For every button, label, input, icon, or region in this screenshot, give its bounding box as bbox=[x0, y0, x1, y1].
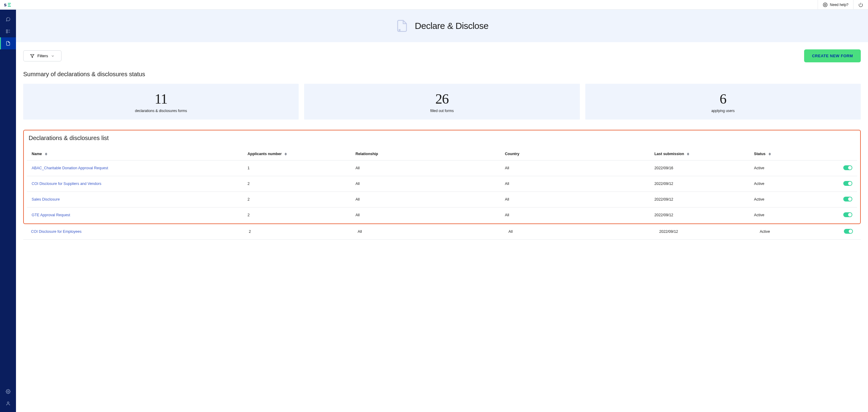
user-icon bbox=[6, 401, 10, 406]
stat-value: 11 bbox=[28, 92, 294, 107]
cell-last-submission: 2022/09/12 bbox=[650, 192, 749, 207]
col-header-last-submission[interactable]: Last submission bbox=[650, 147, 749, 161]
help-icon bbox=[823, 2, 828, 7]
cell-status: Active bbox=[749, 176, 824, 192]
document-hero-icon bbox=[396, 19, 409, 33]
cell-country: All bbox=[500, 192, 650, 207]
sidebar-item-chat[interactable] bbox=[0, 13, 16, 25]
sidebar-item-settings[interactable] bbox=[0, 385, 16, 398]
cell-applicants: 1 bbox=[243, 160, 350, 176]
sidebar-nav bbox=[0, 10, 16, 385]
cell-last-submission: 2022/09/12 bbox=[650, 207, 749, 223]
svg-text:s: s bbox=[4, 2, 7, 7]
cell-status: Active bbox=[749, 207, 824, 223]
svg-point-8 bbox=[824, 4, 826, 5]
sidebar-bottom bbox=[0, 385, 16, 412]
filter-icon bbox=[30, 54, 34, 58]
col-header-applicants[interactable]: Applicants number bbox=[243, 147, 350, 161]
list-title: Declarations & disclosures list bbox=[27, 135, 857, 142]
cell-last-submission: 2022/09/16 bbox=[650, 160, 749, 176]
svg-point-6 bbox=[7, 402, 9, 403]
cell-last-submission: 2022/09/12 bbox=[650, 176, 749, 192]
stat-card-filled: 26 filled out forms bbox=[304, 84, 580, 119]
stats-row: 11 declarations & disclosures forms 26 f… bbox=[23, 84, 861, 119]
status-toggle[interactable] bbox=[843, 181, 852, 186]
create-form-button[interactable]: CREATE NEW FORM bbox=[804, 49, 861, 62]
stat-label: applying users bbox=[590, 109, 856, 113]
svg-rect-2 bbox=[6, 32, 7, 33]
stat-card-forms: 11 declarations & disclosures forms bbox=[23, 84, 299, 119]
table-row: Sales Disclosure 2 All All 2022/09/12 Ac… bbox=[27, 192, 857, 207]
status-toggle[interactable] bbox=[843, 197, 852, 202]
main: Need help? Declare & Disclose Filters bbox=[16, 0, 868, 412]
form-name-link[interactable]: GTE Approval Request bbox=[32, 213, 70, 217]
stat-label: declarations & disclosures forms bbox=[28, 109, 294, 113]
form-name-link[interactable]: Sales Disclosure bbox=[32, 197, 60, 202]
cell-relationship: All bbox=[350, 160, 500, 176]
sidebar-item-survey[interactable] bbox=[0, 25, 16, 37]
filters-label: Filters bbox=[37, 54, 48, 58]
stat-value: 26 bbox=[309, 92, 575, 107]
svg-rect-1 bbox=[6, 30, 7, 31]
cell-status: Active bbox=[749, 192, 824, 207]
sort-icon bbox=[769, 153, 771, 156]
cell-country: All bbox=[500, 176, 650, 192]
cell-relationship: All bbox=[350, 224, 501, 240]
help-button[interactable]: Need help? bbox=[818, 0, 853, 9]
cell-relationship: All bbox=[350, 207, 500, 223]
svg-point-5 bbox=[7, 391, 9, 392]
svg-marker-10 bbox=[30, 54, 34, 58]
sort-icon bbox=[687, 153, 689, 156]
cell-status: Active bbox=[749, 160, 824, 176]
list-icon bbox=[6, 29, 10, 34]
status-toggle[interactable] bbox=[843, 212, 852, 217]
sidebar-item-profile[interactable] bbox=[0, 398, 16, 410]
table-row: COI Disclosure for Suppliers and Vendors… bbox=[27, 176, 857, 192]
help-label: Need help? bbox=[830, 3, 848, 7]
status-toggle[interactable] bbox=[844, 229, 853, 234]
form-name-link[interactable]: COI Disclosure for Employees bbox=[31, 230, 82, 234]
list-section-highlighted: Declarations & disclosures list Name App… bbox=[23, 130, 861, 224]
document-icon bbox=[6, 41, 10, 46]
col-header-name[interactable]: Name bbox=[27, 147, 243, 161]
cell-status: Active bbox=[752, 224, 827, 240]
svg-point-7 bbox=[823, 3, 827, 7]
col-header-status[interactable]: Status bbox=[749, 147, 824, 161]
sidebar-item-declare[interactable] bbox=[0, 37, 16, 49]
cell-country: All bbox=[501, 224, 651, 240]
summary-title: Summary of declarations & disclosures st… bbox=[23, 71, 861, 78]
declarations-table-overflow: COI Disclosure for Employees 2 All All 2… bbox=[23, 224, 861, 240]
status-toggle[interactable] bbox=[843, 165, 852, 170]
table-row: ABAC_Charitable Donation Approval Reques… bbox=[27, 160, 857, 176]
sort-icon bbox=[45, 153, 47, 156]
filters-button[interactable]: Filters bbox=[23, 50, 61, 62]
content: Filters CREATE NEW FORM Summary of decla… bbox=[16, 42, 868, 247]
cell-applicants: 2 bbox=[243, 207, 350, 223]
cell-country: All bbox=[500, 160, 650, 176]
chat-icon bbox=[6, 17, 10, 22]
declarations-table: Name Applicants number Relationship Coun… bbox=[27, 147, 857, 223]
cell-applicants: 2 bbox=[243, 192, 350, 207]
power-icon bbox=[858, 2, 863, 7]
stat-value: 6 bbox=[590, 92, 856, 107]
cell-applicants: 2 bbox=[243, 176, 350, 192]
toolbar: Filters CREATE NEW FORM bbox=[23, 49, 861, 62]
stat-card-users: 6 applying users bbox=[585, 84, 861, 119]
logo[interactable]: s bbox=[0, 0, 16, 10]
cell-relationship: All bbox=[350, 192, 500, 207]
cell-relationship: All bbox=[350, 176, 500, 192]
table-row: COI Disclosure for Employees 2 All All 2… bbox=[23, 224, 861, 240]
sort-icon bbox=[284, 153, 287, 156]
chevron-down-icon bbox=[51, 54, 55, 58]
table-row: GTE Approval Request 2 All All 2022/09/1… bbox=[27, 207, 857, 223]
col-header-country: Country bbox=[500, 147, 650, 161]
form-name-link[interactable]: COI Disclosure for Suppliers and Vendors bbox=[32, 182, 101, 186]
stat-label: filled out forms bbox=[309, 109, 575, 113]
logout-button[interactable] bbox=[853, 0, 868, 9]
cell-country: All bbox=[500, 207, 650, 223]
hero: Declare & Disclose bbox=[16, 10, 868, 42]
page-title: Declare & Disclose bbox=[415, 21, 488, 31]
cell-last-submission: 2022/09/12 bbox=[651, 224, 752, 240]
topbar: Need help? bbox=[16, 0, 868, 10]
form-name-link[interactable]: ABAC_Charitable Donation Approval Reques… bbox=[32, 166, 108, 170]
